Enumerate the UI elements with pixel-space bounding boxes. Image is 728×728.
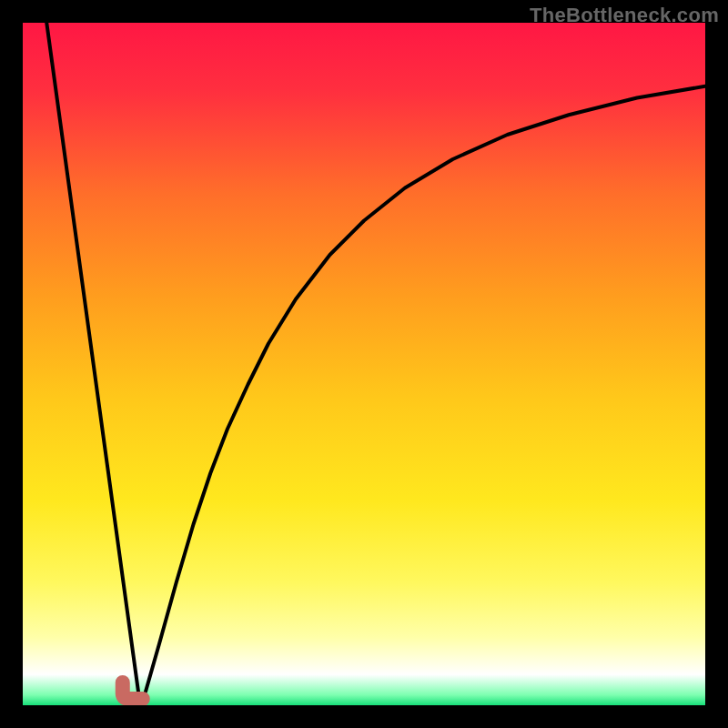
chart-frame: TheBottleneck.com (0, 0, 728, 728)
chart-canvas (23, 23, 705, 705)
watermark-text: TheBottleneck.com (530, 4, 719, 27)
plot-area (23, 23, 705, 705)
